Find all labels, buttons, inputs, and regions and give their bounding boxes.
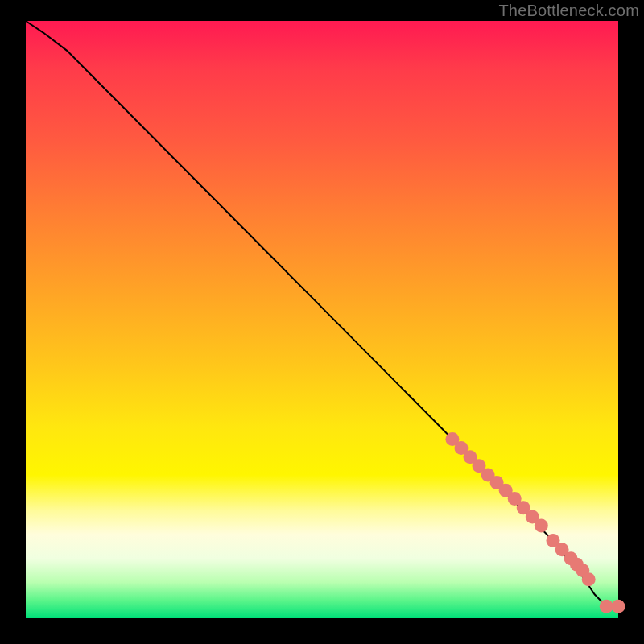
attribution-text: TheBottleneck.com [498, 2, 639, 20]
plot-area [26, 21, 618, 618]
data-marker [535, 519, 548, 533]
data-marker [600, 600, 613, 613]
chart-svg [26, 21, 618, 618]
chart-frame: TheBottleneck.com [0, 0, 644, 644]
marker-group [445, 432, 625, 613]
data-marker [582, 572, 596, 586]
data-marker [612, 600, 625, 613]
